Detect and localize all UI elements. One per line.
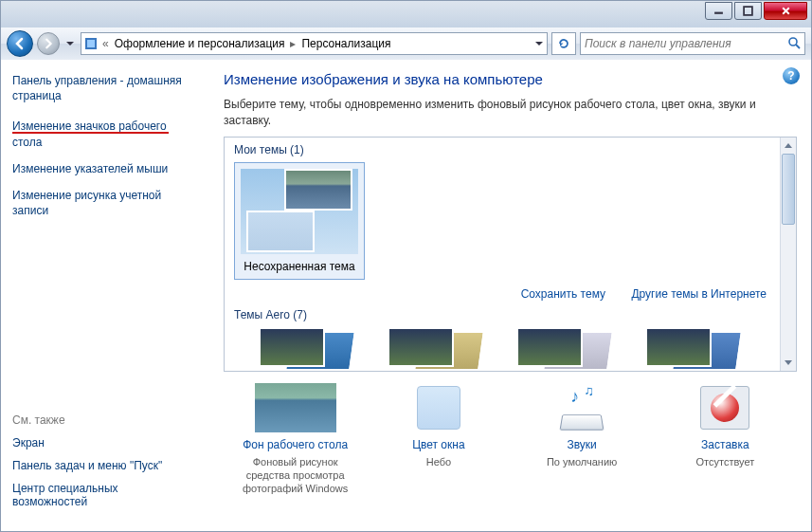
svg-rect-0	[714, 12, 723, 14]
my-themes-label: Мои темы (1)	[234, 143, 770, 156]
sidebar-task-desktop-icons[interactable]: Изменение значков рабочего стола	[12, 119, 191, 149]
customize-value: Отсутствует	[661, 455, 789, 468]
aero-theme-3[interactable]	[516, 327, 623, 371]
scroll-up-icon[interactable]	[781, 138, 796, 154]
breadcrumb-current[interactable]: Персонализация	[298, 33, 394, 54]
themes-panel: Мои темы (1) Несохраненная тема Сохранит…	[224, 137, 797, 372]
scrollbar[interactable]	[780, 138, 796, 371]
main-content: ? Изменение изображения и звука на компь…	[203, 60, 811, 531]
svg-rect-1	[744, 7, 752, 15]
customize-label[interactable]: Цвет окна	[374, 438, 502, 451]
theme-unsaved[interactable]: Несохраненная тема	[234, 162, 365, 280]
see-also-heading: См. также	[12, 413, 191, 427]
customize-background[interactable]: Фон рабочего стола Фоновый рисунок средс…	[231, 381, 359, 496]
search-icon[interactable]	[787, 36, 801, 52]
close-button[interactable]	[764, 2, 807, 20]
customize-window-color[interactable]: Цвет окна Небо	[374, 381, 502, 496]
page-description: Выберите тему, чтобы одновременно измени…	[224, 97, 773, 129]
annotation-underline	[12, 132, 169, 134]
customize-label[interactable]: Звуки	[518, 438, 646, 451]
window-titlebar	[0, 0, 812, 28]
customize-value: Фоновый рисунок средства просмотра фотог…	[231, 455, 359, 496]
breadcrumb-parent[interactable]: Оформление и персонализация	[111, 33, 289, 54]
see-also-display[interactable]: Экран	[12, 436, 191, 449]
svg-point-4	[789, 38, 797, 46]
help-icon[interactable]: ?	[783, 67, 800, 84]
aero-themes-label: Темы Aero (7)	[234, 308, 770, 321]
save-theme-link[interactable]: Сохранить тему	[521, 287, 605, 301]
customize-label[interactable]: Фон рабочего стола	[231, 438, 359, 451]
control-panel-icon	[81, 37, 100, 50]
search-box[interactable]	[580, 32, 805, 55]
address-dropdown[interactable]	[530, 33, 547, 54]
control-panel-home-link[interactable]: Панель управления - домашняя страница	[12, 73, 191, 103]
customize-value: Небо	[374, 455, 502, 468]
maximize-button[interactable]	[734, 2, 762, 20]
aero-theme-4[interactable]	[645, 327, 751, 371]
aero-theme-1[interactable]	[259, 327, 365, 371]
address-bar[interactable]: « Оформление и персонализация ▸ Персонал…	[81, 32, 548, 55]
screensaver-icon	[700, 386, 749, 430]
navigation-bar: « Оформление и персонализация ▸ Персонал…	[0, 28, 812, 60]
background-thumb-icon	[255, 383, 336, 432]
refresh-button[interactable]	[551, 32, 576, 55]
sidebar-task-label: Изменение значков рабочего стола	[12, 119, 167, 148]
customize-screensaver[interactable]: Заставка Отсутствует	[661, 381, 789, 496]
back-button[interactable]	[7, 30, 33, 57]
sounds-icon: ♪♫	[553, 385, 610, 431]
window-color-icon	[417, 386, 460, 430]
theme-preview	[241, 169, 358, 254]
theme-name: Несохраненная тема	[244, 260, 354, 273]
customize-value: По умолчанию	[518, 455, 646, 468]
svg-rect-3	[87, 40, 95, 47]
scroll-thumb[interactable]	[782, 154, 795, 225]
see-also-taskbar[interactable]: Панель задач и меню "Пуск"	[12, 459, 191, 472]
see-also-ease-of-access[interactable]: Центр специальных возможностей	[12, 482, 191, 508]
aero-theme-2[interactable]	[388, 327, 494, 371]
page-heading: Изменение изображения и звука на компьют…	[224, 71, 802, 87]
nav-history-dropdown[interactable]	[63, 31, 77, 56]
sidebar-task-account-picture[interactable]: Изменение рисунка учетной записи	[12, 188, 191, 218]
customize-sounds[interactable]: ♪♫ Звуки По умолчанию	[518, 381, 646, 496]
customize-label[interactable]: Заставка	[661, 438, 789, 451]
sidebar: Панель управления - домашняя страница Из…	[1, 60, 203, 531]
search-input[interactable]	[585, 37, 787, 50]
forward-button[interactable]	[37, 32, 60, 55]
scroll-down-icon[interactable]	[781, 355, 796, 371]
breadcrumb-sep-icon: ▸	[288, 37, 298, 50]
minimize-button[interactable]	[705, 2, 732, 20]
breadcrumb-prefix: «	[100, 37, 111, 50]
more-themes-link[interactable]: Другие темы в Интернете	[631, 287, 767, 301]
sidebar-task-mouse-pointers[interactable]: Изменение указателей мыши	[12, 161, 191, 176]
